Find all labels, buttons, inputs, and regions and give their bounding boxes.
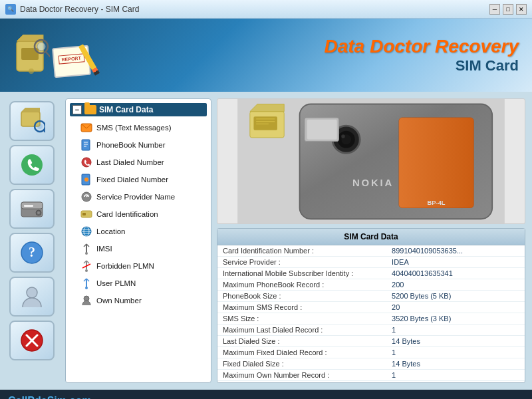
table-row: Maximum SMS Record :20 xyxy=(217,302,525,313)
data-label: Last Dialed Size : xyxy=(217,336,386,346)
scan-icon xyxy=(19,108,45,134)
tree-item-icon xyxy=(80,243,92,255)
tree-item-label: Forbidden PLMN xyxy=(96,262,154,270)
tree-item-icon xyxy=(80,277,92,289)
title-bar-buttons: ─ □ ✕ xyxy=(489,4,527,15)
data-label: Card Identification Number : xyxy=(217,245,386,256)
tree-item-icon xyxy=(80,122,92,134)
tree-item-label: Own Number xyxy=(96,297,142,305)
header-banner: Data Doctor Recovery SIM Card xyxy=(0,19,532,92)
tree-item-icon xyxy=(80,139,92,151)
tree-item[interactable]: User PLMN xyxy=(70,275,207,292)
svg-text:?: ? xyxy=(29,245,35,259)
tree-item[interactable]: Location xyxy=(70,223,207,240)
tree-items-container: SMS (Text Messages)PhoneBook NumberLast … xyxy=(70,119,207,309)
phone-image: BP-4L NOKIA xyxy=(217,98,525,224)
data-label: Fixed Dialed Size : xyxy=(217,358,386,369)
tree-item-icon xyxy=(80,174,92,186)
svg-line-11 xyxy=(44,130,45,133)
bottom-bar: CellPdaSim.com xyxy=(0,390,532,399)
minimize-button[interactable]: ─ xyxy=(489,4,500,15)
svg-point-31 xyxy=(84,178,88,182)
header-subtitle: SIM Card xyxy=(324,57,519,74)
tree-item-label: Service Provider Name xyxy=(96,193,175,201)
tree-collapse-btn[interactable]: − xyxy=(72,105,82,114)
sim-icon xyxy=(13,35,50,74)
svg-point-10 xyxy=(37,124,43,129)
tree-item[interactable]: Last Dialed Number xyxy=(70,154,207,171)
data-label: SMS Size : xyxy=(217,313,386,324)
table-row: International Mobile Subscriber Identity… xyxy=(217,268,525,279)
title-bar: 🔍 Data Doctor Recovery - SIM Card ─ □ ✕ xyxy=(0,0,532,19)
svg-point-3 xyxy=(29,68,34,74)
tree-panel: − SIM Card Data SMS (Text Messages)Phone… xyxy=(65,98,211,383)
svg-text:NOKIA: NOKIA xyxy=(352,177,394,188)
drive-icon xyxy=(19,196,45,222)
svg-point-5 xyxy=(37,43,45,51)
phone-icon xyxy=(19,152,45,178)
tree-root[interactable]: − SIM Card Data xyxy=(70,103,207,116)
table-row: SMS Size :3520 Bytes (3 KB) xyxy=(217,313,525,325)
folder-icon xyxy=(84,105,96,114)
right-content: BP-4L NOKIA SIM Card Data Card Identific… xyxy=(217,98,525,383)
svg-point-53 xyxy=(85,287,88,289)
svg-rect-35 xyxy=(82,213,86,215)
header-logo xyxy=(13,35,92,76)
title-bar-text: Data Doctor Recovery - SIM Card xyxy=(20,5,139,14)
tree-item[interactable]: Own Number xyxy=(70,292,207,309)
data-value: 404040013635341 xyxy=(386,268,525,279)
header-title-area: Data Doctor Recovery SIM Card xyxy=(324,36,519,74)
stop-icon xyxy=(19,327,45,354)
data-value: 1 xyxy=(386,347,525,358)
svg-point-12 xyxy=(21,154,43,176)
drive-button[interactable] xyxy=(9,189,55,229)
data-value: 5200 Bytes (5 KB) xyxy=(386,291,525,301)
scan-button[interactable] xyxy=(9,101,55,141)
tree-item-label: SMS (Text Messages) xyxy=(96,124,171,132)
tree-item-icon xyxy=(80,156,92,168)
maximize-button[interactable]: □ xyxy=(503,4,513,15)
tree-item[interactable]: Fixed Dialed Number xyxy=(70,171,207,188)
phone-button[interactable] xyxy=(9,145,55,185)
tree-item[interactable]: IMSI xyxy=(70,240,207,257)
tree-item[interactable]: PhoneBook Number xyxy=(70,136,207,154)
data-label: Maximum PhoneBook Record : xyxy=(217,279,386,290)
data-label: Maximum SMS Record : xyxy=(217,302,386,313)
svg-rect-73 xyxy=(307,120,337,140)
tree-item[interactable]: Service Provider Name xyxy=(70,188,207,205)
tree-item-icon xyxy=(80,191,92,203)
tree-item-label: Last Dialed Number xyxy=(96,158,164,166)
data-label: Own Number Size : xyxy=(217,381,386,383)
data-value: 8991040109053635... xyxy=(386,245,525,256)
user-button[interactable] xyxy=(9,277,55,317)
user-icon xyxy=(19,283,45,310)
tree-item-label: IMSI xyxy=(96,245,112,253)
svg-point-20 xyxy=(27,287,37,298)
data-label: Maximum Own Number Record : xyxy=(217,370,386,380)
header-title: Data Doctor Recovery xyxy=(324,36,519,57)
table-row: Fixed Dialed Size :14 Bytes xyxy=(217,358,525,370)
tree-item-label: User PLMN xyxy=(96,279,136,287)
svg-marker-8 xyxy=(21,108,40,112)
tree-item-label: Fixed Dialed Number xyxy=(96,176,168,184)
tree-item[interactable]: SMS (Text Messages) xyxy=(70,119,207,136)
tree-item[interactable]: Card Identification xyxy=(70,205,207,223)
stop-button[interactable] xyxy=(9,321,55,360)
data-value: 1 xyxy=(386,325,525,335)
data-table: SIM Card Data Card Identification Number… xyxy=(217,228,525,383)
tree-item-icon xyxy=(80,260,92,272)
data-table-rows: Card Identification Number :899104010905… xyxy=(217,245,525,383)
table-row: Card Identification Number :899104010905… xyxy=(217,245,525,257)
table-row: Maximum Fixed Dialed Record :1 xyxy=(217,347,525,358)
help-button[interactable]: ? xyxy=(9,233,55,273)
data-value: 1 xyxy=(386,370,525,380)
svg-rect-65 xyxy=(399,118,473,207)
data-label: Maximum Fixed Dialed Record : xyxy=(217,347,386,358)
svg-rect-7 xyxy=(21,112,40,126)
tree-item[interactable]: Forbidden PLMN xyxy=(70,257,207,275)
close-button[interactable]: ✕ xyxy=(516,4,527,15)
help-icon: ? xyxy=(19,239,45,266)
table-row: Service Provider :IDEA xyxy=(217,257,525,268)
table-row: Maximum Last Dialed Record :1 xyxy=(217,325,525,336)
tree-item-icon xyxy=(80,295,92,307)
